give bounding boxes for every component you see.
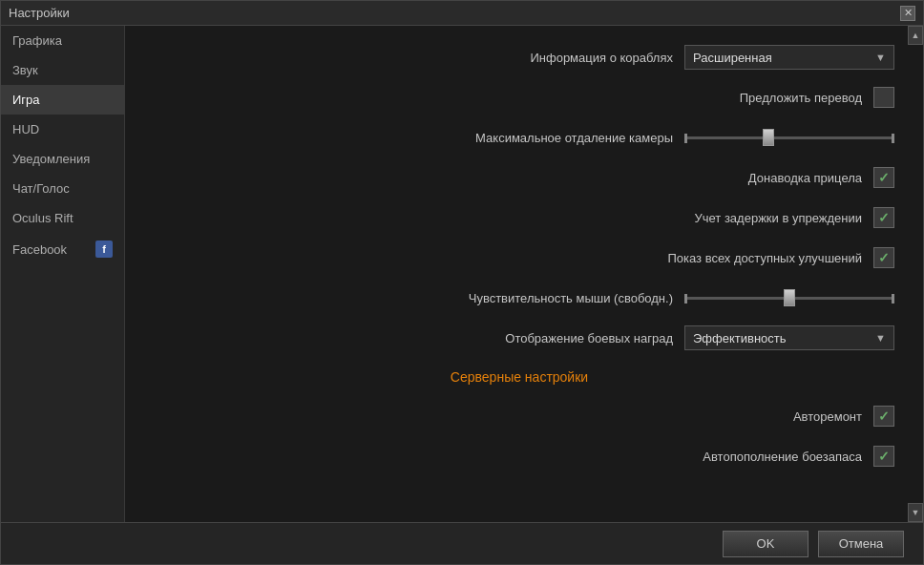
leading-account-checkbox[interactable]: [873, 207, 894, 228]
sidebar: Графика Звук Игра HUD Уведомления Чат/Го…: [1, 26, 125, 522]
battle-rewards-label: Отображение боевых наград: [505, 331, 673, 345]
sidebar-label-graphics: Графика: [12, 33, 62, 48]
close-button[interactable]: ✕: [900, 6, 915, 21]
title-bar: Настройки ✕: [1, 1, 923, 26]
aim-assist-row: Донаводка прицела: [144, 165, 894, 190]
max-camera-thumb[interactable]: [763, 129, 774, 146]
offer-translation-label: Предложить перевод: [740, 91, 862, 105]
settings-dialog: Настройки ✕ Графика Звук Игра HUD Уведом…: [0, 0, 924, 565]
max-camera-slider[interactable]: [684, 128, 894, 147]
aim-assist-checkbox[interactable]: [873, 167, 894, 188]
sidebar-item-oculus[interactable]: Oculus Rift: [1, 203, 124, 233]
ship-info-value: Расширенная: [693, 51, 772, 65]
ship-info-label: Информация о кораблях: [530, 51, 673, 65]
dialog-title: Настройки: [9, 6, 70, 20]
settings-scroll-area: ▲ Информация о кораблях Расширенная ▼ Пр…: [125, 26, 923, 522]
show-upgrades-row: Показ всех доступных улучшений: [144, 245, 894, 270]
leading-account-label: Учет задержки в упреждении: [695, 211, 862, 225]
ship-info-row: Информация о кораблях Расширенная ▼: [144, 45, 894, 70]
mouse-slider-left-mark: [684, 294, 687, 303]
mouse-sens-slider[interactable]: [684, 288, 894, 307]
sidebar-item-chat[interactable]: Чат/Голос: [1, 174, 124, 203]
auto-repair-checkbox[interactable]: [873, 406, 894, 427]
mouse-sens-track: [684, 297, 894, 300]
auto-reload-row: Автопополнение боезапаса: [144, 444, 894, 469]
max-camera-track: [684, 136, 894, 139]
auto-reload-checkbox[interactable]: [873, 446, 894, 467]
settings-panel: ▲ Информация о кораблях Расширенная ▼ Пр…: [125, 26, 923, 522]
ship-info-dropdown-arrow: ▼: [875, 52, 886, 63]
sidebar-label-hud: HUD: [12, 122, 39, 136]
battle-rewards-dropdown[interactable]: Эффективность ▼: [684, 325, 894, 350]
battle-rewards-row: Отображение боевых наград Эффективность …: [144, 325, 894, 350]
sidebar-item-hud[interactable]: HUD: [1, 115, 124, 144]
sidebar-label-notifications: Уведомления: [12, 152, 90, 166]
sidebar-label-oculus: Oculus Rift: [12, 211, 74, 225]
battle-rewards-dropdown-arrow: ▼: [875, 332, 886, 344]
max-camera-label: Максимальное отдаление камеры: [475, 131, 673, 145]
slider-left-mark: [684, 134, 687, 143]
mouse-slider-right-mark: [892, 294, 894, 303]
mouse-sens-thumb[interactable]: [784, 289, 795, 306]
slider-right-mark: [892, 134, 894, 143]
cancel-button[interactable]: Отмена: [818, 531, 904, 557]
sidebar-item-notifications[interactable]: Уведомления: [1, 144, 124, 174]
offer-translation-checkbox[interactable]: [873, 87, 894, 108]
auto-reload-label: Автопополнение боезапаса: [703, 450, 862, 464]
sidebar-label-game: Игра: [12, 93, 40, 107]
scroll-down-button[interactable]: ▼: [908, 503, 923, 522]
sidebar-label-sound: Звук: [12, 63, 38, 77]
aim-assist-label: Донаводка прицела: [748, 171, 862, 185]
sidebar-label-chat: Чат/Голос: [12, 181, 70, 196]
mouse-sens-label: Чувствительность мыши (свободн.): [469, 291, 673, 305]
battle-rewards-value: Эффективность: [693, 331, 787, 345]
sidebar-item-game[interactable]: Игра: [1, 85, 124, 115]
auto-repair-row: Авторемонт: [144, 404, 894, 429]
sidebar-item-sound[interactable]: Звук: [1, 55, 124, 85]
offer-translation-row: Предложить перевод: [144, 85, 894, 110]
auto-repair-label: Авторемонт: [793, 409, 862, 424]
leading-account-row: Учет задержки в упреждении: [144, 205, 894, 230]
server-settings-header: Серверные настройки: [144, 366, 894, 388]
max-camera-row: Максимальное отдаление камеры: [144, 125, 894, 150]
facebook-icon: f: [95, 241, 113, 258]
sidebar-label-facebook: Facebook: [12, 242, 67, 257]
ok-button[interactable]: OK: [723, 531, 808, 557]
sidebar-item-graphics[interactable]: Графика: [1, 26, 124, 55]
bottom-bar: OK Отмена: [1, 522, 923, 564]
main-content: Графика Звук Игра HUD Уведомления Чат/Го…: [1, 26, 923, 522]
show-upgrades-label: Показ всех доступных улучшений: [667, 251, 862, 265]
mouse-sens-row: Чувствительность мыши (свободн.): [144, 285, 894, 310]
sidebar-item-facebook[interactable]: Facebook f: [1, 233, 124, 265]
show-upgrades-checkbox[interactable]: [873, 247, 894, 268]
scroll-up-button[interactable]: ▲: [908, 26, 923, 45]
ship-info-dropdown[interactable]: Расширенная ▼: [684, 45, 894, 70]
